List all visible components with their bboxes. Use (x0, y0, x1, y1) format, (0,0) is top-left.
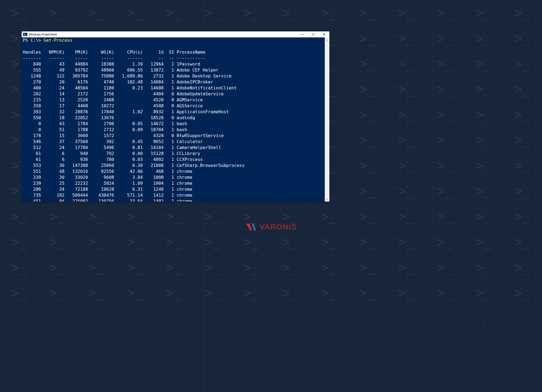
table-row: 1248 122 305704 75880 1,689.86 2732 1 Ad… (23, 73, 328, 79)
varonis-logo-mark-icon (245, 222, 258, 232)
table-row: 840 43 44884 18308 1.39 12964 1 1Passwor… (23, 61, 328, 67)
table-row: 0 51 1788 2712 0.09 18704 1 bash (23, 127, 328, 133)
table-row: 270 20 6176 4740 102.48 14084 1 AdobeIPC… (23, 79, 328, 85)
table-row: 735 192 509444 430476 571.14 1412 1 chro… (23, 192, 328, 198)
table-row: 555 49 93792 48960 606.55 13872 1 Adobe … (23, 67, 328, 73)
table-rows: 840 43 44884 18308 1.39 12964 1 1Passwor… (23, 61, 328, 202)
table-row: 512 24 17780 5496 0.81 14104 1 CameraHel… (23, 145, 328, 151)
table-row: 61 6 936 780 0.03 4892 1 CCXProcess (23, 157, 328, 163)
table-row: 202 14 2172 1756 4404 0 AdobeUpdateServi… (23, 91, 328, 97)
table-row: 61 6 940 792 0.00 15128 1 CCLibrary (23, 151, 328, 157)
table-row: 286 34 72188 19628 6.31 1248 1 chrome (23, 186, 328, 192)
scroll-track[interactable] (325, 42, 329, 197)
varonis-logo: VARONIS (245, 222, 297, 232)
window-title: Windows PowerShell (29, 33, 57, 36)
vertical-scrollbar[interactable]: ▴ ▾ (325, 37, 329, 202)
table-row: 553 36 147308 25060 0.30 21008 1 CefShar… (23, 163, 328, 169)
powershell-window: Windows PowerShell — ☐ ✕ PS C:\> Get-Pro… (22, 31, 329, 202)
table-dividers: ------- ------ ----- ----- ------ -- -- … (23, 55, 328, 61)
minimize-button[interactable]: — (297, 31, 308, 37)
table-row: 358 17 4468 10272 4508 0 AGSService (23, 103, 328, 109)
window-titlebar[interactable]: Windows PowerShell — ☐ ✕ (22, 31, 329, 37)
blank-line (23, 43, 328, 49)
table-row: 393 32 28876 17840 1.02 8932 1 Applicati… (23, 109, 328, 115)
powershell-icon (23, 32, 28, 37)
close-button[interactable]: ✕ (319, 31, 329, 37)
table-row: 451 94 225092 130756 33.64 1492 1 chrome (23, 198, 328, 202)
scroll-up-arrow[interactable]: ▴ (325, 37, 329, 42)
table-row: 550 18 22052 13676 18528 0 audiodg (23, 115, 328, 121)
table-row: 215 13 2520 2408 4520 0 AGMService (23, 97, 328, 103)
table-row: 551 48 132016 92556 42.06 468 1 chrome (23, 169, 328, 174)
table-row: 239 25 22232 5824 1.89 1004 1 chrome (23, 180, 328, 186)
scroll-down-arrow[interactable]: ▾ (325, 197, 329, 202)
table-row: 400 24 48504 1180 0.23 14688 1 AdobeNoti… (23, 85, 328, 91)
table-row: 546 37 37560 392 0.45 9652 1 Calculator (23, 139, 328, 145)
prompt-command: Get-Process (44, 38, 72, 43)
table-row: 239 30 33020 9608 3.84 1000 1 chrome (23, 174, 328, 180)
console-area[interactable]: PS C:\> Get-Process Handles NPM(K) PM(K)… (22, 37, 329, 202)
varonis-logo-text: VARONIS (260, 223, 297, 231)
table-row: 178 15 3660 1572 4328 0 BtwRSupportServi… (23, 133, 328, 139)
table-headers: Handles NPM(K) PM(K) WS(K) CPU(s) Id SI … (23, 49, 328, 55)
table-row: 0 43 1784 2700 0.05 14672 1 bash (23, 121, 328, 127)
prompt-line: PS C:\> Get-Process (23, 37, 328, 43)
prompt-prefix: PS C:\> (23, 38, 44, 43)
maximize-button[interactable]: ☐ (308, 31, 319, 37)
